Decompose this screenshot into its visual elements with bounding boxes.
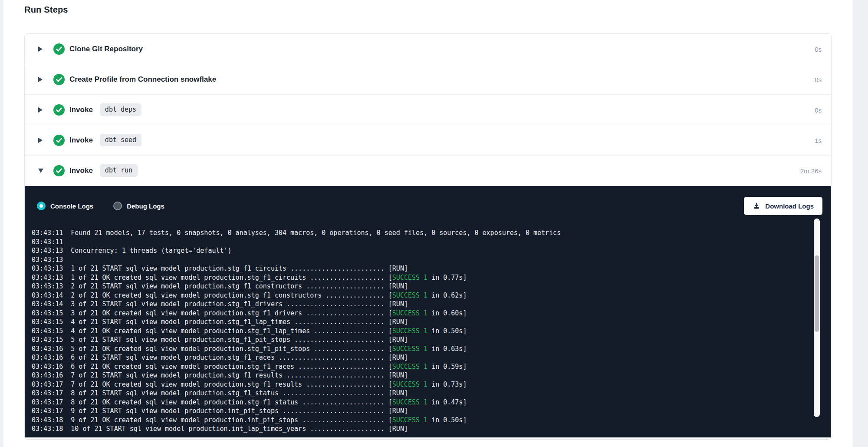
log-line: 03:43:17 8 of 21 START sql view model pr… <box>32 389 807 398</box>
log-line: 03:43:15 4 of 21 OK created sql view mod… <box>32 327 807 336</box>
log-line: 03:43:16 5 of 21 OK created sql view mod… <box>32 344 807 354</box>
expand-caret-icon <box>38 107 44 113</box>
success-check-icon <box>53 165 65 176</box>
log-line: 03:43:13 Concurrency: 1 threads (target=… <box>32 246 807 255</box>
step-label: Create Profile from Connection snowflake <box>69 75 216 84</box>
expand-caret-icon <box>38 77 44 82</box>
log-type-radio[interactable]: Console Logs <box>37 202 93 210</box>
log-line: 03:43:15 4 of 21 START sql view model pr… <box>32 318 807 327</box>
radio-circle-icon <box>37 202 46 210</box>
success-check-icon <box>53 74 65 85</box>
log-toolbar: Console Logs Debug Logs Download Logs <box>37 197 822 215</box>
log-line: 03:43:17 9 of 21 START sql view model pr… <box>32 407 807 416</box>
download-logs-button[interactable]: Download Logs <box>744 197 822 215</box>
log-line: 03:43:19 10 of 21 OK created sql view mo… <box>32 434 807 434</box>
step-command-badge: dbt seed <box>100 134 141 146</box>
log-line: 03:43:16 6 of 21 START sql view model pr… <box>32 353 807 362</box>
log-line: 03:43:14 2 of 21 OK created sql view mod… <box>32 291 807 300</box>
log-line: 03:43:14 3 of 21 START sql view model pr… <box>32 300 807 309</box>
log-line: 03:43:17 8 of 21 OK created sql view mod… <box>32 398 807 407</box>
log-type-radio-label: Debug Logs <box>127 202 164 210</box>
log-line: 03:43:11 Found 21 models, 17 tests, 0 sn… <box>32 228 807 238</box>
step-command-badge: dbt deps <box>100 103 141 116</box>
page-content: Run Steps Clone Git Repository 0s Create… <box>3 0 853 447</box>
log-line: 03:43:15 3 of 21 OK created sql view mod… <box>32 309 807 318</box>
run-step-row[interactable]: Clone Git Repository 0s <box>25 34 831 64</box>
run-steps-card: Clone Git Repository 0s Create Profile f… <box>24 33 832 440</box>
run-step-row[interactable]: Invoke dbt run 2m 26s <box>25 156 831 186</box>
log-line: 03:43:17 7 of 21 OK created sql view mod… <box>32 380 807 389</box>
step-label: Clone Git Repository <box>69 45 143 53</box>
expand-caret-icon <box>38 138 44 143</box>
log-scrollbar[interactable] <box>814 219 820 417</box>
success-check-icon <box>53 104 65 116</box>
expand-caret-icon <box>38 46 44 52</box>
log-type-radio-label: Console Logs <box>50 202 93 210</box>
log-line: 03:43:13 1 of 21 OK created sql view mod… <box>32 273 807 282</box>
step-duration: 2m 26s <box>800 167 822 174</box>
step-label: Invoke <box>69 106 93 114</box>
log-lines: 03:43:11 Found 21 models, 17 tests, 0 sn… <box>32 228 807 434</box>
step-label: Invoke <box>69 166 93 175</box>
log-scrollbar-thumb[interactable] <box>815 255 819 332</box>
console-log-output: 03:43:11 Found 21 models, 17 tests, 0 sn… <box>32 215 807 434</box>
page-title: Run Steps <box>24 5 68 15</box>
log-panel: Console Logs Debug Logs Download Logs 03… <box>25 186 831 437</box>
run-step-row[interactable]: Invoke dbt deps 0s <box>25 95 831 125</box>
step-duration: 1s <box>815 136 822 144</box>
log-line: 03:43:13 <box>32 255 807 265</box>
log-line: 03:43:13 2 of 21 START sql view model pr… <box>32 282 807 291</box>
run-step-row[interactable]: Invoke dbt seed 1s <box>25 125 831 156</box>
log-line: 03:43:13 1 of 21 START sql view model pr… <box>32 264 807 273</box>
step-label: Invoke <box>69 136 93 145</box>
log-line: 03:43:11 <box>32 238 807 247</box>
expand-caret-icon <box>38 169 44 173</box>
download-logs-label: Download Logs <box>765 202 814 210</box>
log-type-radio[interactable]: Debug Logs <box>113 202 164 210</box>
success-check-icon <box>53 43 65 55</box>
step-duration: 0s <box>815 76 822 83</box>
log-line: 03:43:18 10 of 21 START sql view model p… <box>32 424 807 434</box>
radio-circle-icon <box>113 202 122 210</box>
step-duration: 0s <box>815 45 822 53</box>
log-line: 03:43:16 7 of 21 START sql view model pr… <box>32 371 807 380</box>
step-duration: 0s <box>815 106 822 113</box>
run-step-row[interactable]: Create Profile from Connection snowflake… <box>25 64 831 95</box>
log-line: 03:43:15 5 of 21 START sql view model pr… <box>32 335 807 344</box>
step-command-badge: dbt run <box>100 164 138 177</box>
log-line: 03:43:18 9 of 21 OK created sql view mod… <box>32 416 807 425</box>
download-icon <box>753 202 760 210</box>
success-check-icon <box>53 135 65 146</box>
log-line: 03:43:16 6 of 21 OK created sql view mod… <box>32 362 807 371</box>
